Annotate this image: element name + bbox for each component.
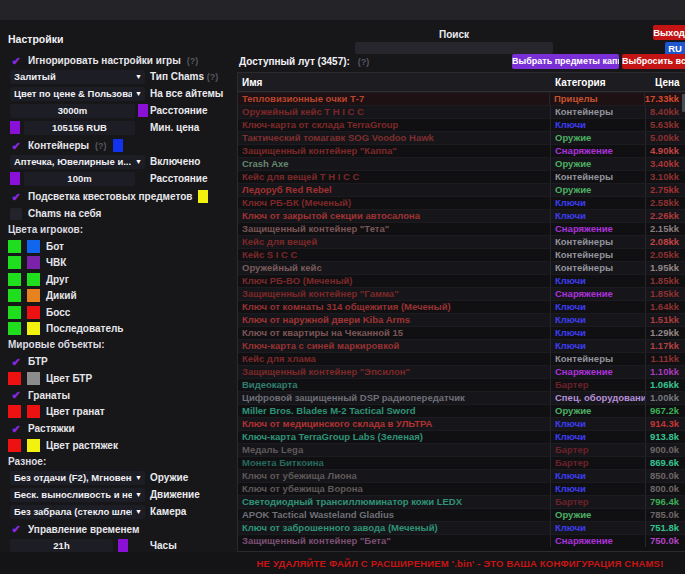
table-row[interactable]: Ключ-карта с синей маркировкойКлючи1.17k… — [238, 339, 685, 352]
color-swatch[interactable] — [27, 256, 40, 269]
color-swatch[interactable] — [8, 322, 21, 335]
table-row[interactable]: Защищенный контейнер "Гамма"Снаряжение1.… — [238, 287, 685, 300]
table-row[interactable]: Защищенный контейнер "Тета"Снаряжение2.1… — [238, 222, 685, 235]
color-swatch[interactable] — [118, 539, 128, 552]
table-row[interactable]: Ключ от квартиры на Чеканной 15Ключи1.29… — [238, 326, 685, 339]
table-row[interactable]: Кейс S I C CКонтейнеры2.05kk — [238, 248, 685, 261]
dropdown-label: Оружие — [150, 472, 188, 483]
item-name-cell: Ключ-карта TerraGroup Labs (Зеленая) — [238, 431, 550, 443]
item-name-cell: Ключ от закрытой секции автосалона — [238, 210, 550, 222]
color-swatch[interactable] — [27, 439, 40, 452]
color-swatch[interactable] — [10, 121, 20, 134]
table-row[interactable]: Светодиодный трансиллюминатор кожи LEDXБ… — [238, 495, 685, 508]
checkbox-checked-icon[interactable]: ✔ — [10, 356, 22, 368]
table-row[interactable]: Защищенный контейнер "Каппа"Снаряжение4.… — [238, 144, 685, 157]
table-row[interactable]: Ключ РБ-ВО (Меченый)Ключи1.85kk — [238, 274, 685, 287]
discard-all-button[interactable]: Выбросить все — [622, 54, 685, 69]
table-row[interactable]: ВидеокартаБартер1.06kk — [238, 378, 685, 391]
table-row[interactable]: Ключ от наружной двери Kiba ArmsКлючи1.5… — [238, 313, 685, 326]
checkbox-checked-icon[interactable]: ✔ — [10, 140, 22, 152]
color-swatch[interactable] — [8, 256, 21, 269]
search-input[interactable] — [355, 42, 553, 54]
help-icon[interactable]: (?) — [207, 72, 219, 82]
table-row[interactable]: Кейс для вещейКонтейнеры2.08kk — [238, 235, 685, 248]
table-row[interactable]: Ключ от заброшенного завода (Меченый)Клю… — [238, 521, 685, 534]
table-row[interactable]: Ключ-карта TerraGroup Labs (Зеленая)Ключ… — [238, 430, 685, 443]
table-row[interactable]: Crash AxeОружие3.40kk — [238, 157, 685, 170]
color-swatch[interactable] — [27, 289, 40, 302]
column-header-name[interactable]: Имя — [238, 73, 550, 91]
table-row[interactable]: Монета БиткоинаБартер869.6k — [238, 456, 685, 469]
color-swatch[interactable] — [8, 372, 21, 385]
item-price-cell: 5.63kk — [645, 119, 685, 131]
table-row[interactable]: Оружейный кейс T H I C CКонтейнеры8.40kk — [238, 105, 685, 118]
color-swatch[interactable] — [8, 289, 21, 302]
table-row[interactable]: Ключ от комнаты 314 общежития (Меченый)К… — [238, 300, 685, 313]
table-row[interactable]: Ключ от убежища ВоронаКлючи800.0k — [238, 482, 685, 495]
select-kappa-items-button[interactable]: Выбрать предметы каппа — [512, 54, 619, 69]
value-input[interactable]: 21h — [10, 539, 113, 553]
color-swatch[interactable] — [27, 306, 40, 319]
color-swatch[interactable] — [10, 172, 20, 185]
dropdown-select[interactable]: Беск. выносливость и нет уста▼ — [10, 488, 145, 502]
table-row[interactable]: Ледоруб Red RebelОружие2.75kk — [238, 183, 685, 196]
color-swatch[interactable] — [138, 104, 148, 117]
table-row[interactable]: Кейс для вещей T H I C CКонтейнеры3.10kk — [238, 170, 685, 183]
checkbox-checked-icon[interactable]: ✔ — [10, 55, 22, 67]
value-input[interactable]: 3000m — [10, 104, 135, 118]
color-swatch[interactable] — [27, 240, 40, 253]
item-price-cell: 2.05kk — [645, 249, 685, 261]
dropdown-select[interactable]: Аптечка, Ювелирные и...▼ — [10, 155, 145, 169]
loot-help-icon[interactable]: (?) — [358, 57, 370, 67]
window-title-bar[interactable] — [0, 0, 685, 20]
column-header-price[interactable]: Цена — [645, 73, 685, 91]
item-name-cell: Защищенный контейнер "Эпсилон" — [238, 366, 550, 378]
color-swatch[interactable] — [27, 405, 40, 418]
dropdown-select[interactable]: Без отдачи (F2), Мгновенное п▼ — [10, 471, 145, 485]
exit-button[interactable]: Выход — [653, 25, 685, 40]
color-swatch[interactable] — [8, 439, 21, 452]
checkbox-checked-icon[interactable]: ✔ — [10, 423, 22, 435]
table-row[interactable]: Ключ от убежища ЛионаКлючи850.0k — [238, 469, 685, 482]
color-swatch[interactable] — [8, 240, 21, 253]
table-row[interactable]: Тактический томагавк SOG Voodoo HawkОруж… — [238, 131, 685, 144]
dropdown-select[interactable]: Цвет по цене & Пользователь▼ — [10, 87, 145, 101]
item-category-cell: Контейнеры — [550, 249, 645, 261]
table-row[interactable]: Ключ-карта от склада TerraGroupКлючи5.63… — [238, 118, 685, 131]
color-row-label: ЧВК — [46, 257, 66, 268]
checkbox-checked-icon[interactable]: ✔ — [10, 191, 22, 203]
checkbox-unchecked-icon[interactable] — [10, 208, 22, 220]
color-swatch[interactable] — [27, 372, 40, 385]
help-icon[interactable]: (?) — [95, 141, 107, 151]
column-header-category[interactable]: Категория — [550, 73, 645, 91]
item-price-cell: 1.17kk — [645, 340, 685, 352]
chevron-down-icon: ▼ — [135, 471, 142, 485]
color-swatch[interactable] — [113, 139, 123, 152]
table-row[interactable]: Цифровой защищенный DSP радиопередатчикС… — [238, 391, 685, 404]
table-row[interactable]: Медаль LegaБартер900.0k — [238, 443, 685, 456]
table-row[interactable]: Кейс для хламаКонтейнеры1.11kk — [238, 352, 685, 365]
table-row[interactable]: APOK Tactical Wasteland GladiusОружие785… — [238, 508, 685, 521]
value-input[interactable]: 105156 RUB — [24, 121, 135, 135]
checkbox-checked-icon[interactable]: ✔ — [10, 523, 22, 535]
color-swatch[interactable] — [8, 306, 21, 319]
table-row[interactable]: Ключ РБ-БК (Меченый)Ключи2.58kk — [238, 196, 685, 209]
table-row[interactable]: Тепловизионные очки Т-7Прицелы17.33kk — [238, 92, 685, 105]
table-row[interactable]: Ключ от закрытой секции автосалонаКлючи2… — [238, 209, 685, 222]
value-input[interactable]: 100m — [24, 172, 135, 186]
dropdown-select[interactable]: Без забрала (стекло шлема)▼ — [10, 505, 145, 519]
item-price-cell: 850.0k — [645, 470, 685, 482]
table-row[interactable]: Ключ от медицинского склада в УЛЬТРАКлюч… — [238, 417, 685, 430]
color-swatch[interactable] — [8, 273, 21, 286]
table-row[interactable]: Защищенный контейнер "Бета"Снаряжение750… — [238, 534, 685, 547]
table-row[interactable]: Miller Bros. Blades M-2 Tactical SwordОр… — [238, 404, 685, 417]
color-swatch[interactable] — [27, 322, 40, 335]
dropdown-select[interactable]: Залитый▼ — [10, 70, 145, 84]
color-swatch[interactable] — [8, 405, 21, 418]
checkbox-checked-icon[interactable]: ✔ — [10, 389, 22, 401]
table-row[interactable]: Защищенный контейнер "Эпсилон"Снаряжение… — [238, 365, 685, 378]
help-icon[interactable]: (?) — [187, 56, 199, 66]
color-swatch[interactable] — [27, 273, 40, 286]
color-swatch[interactable] — [198, 190, 208, 203]
table-row[interactable]: Оружейный кейсКонтейнеры1.95kk — [238, 261, 685, 274]
